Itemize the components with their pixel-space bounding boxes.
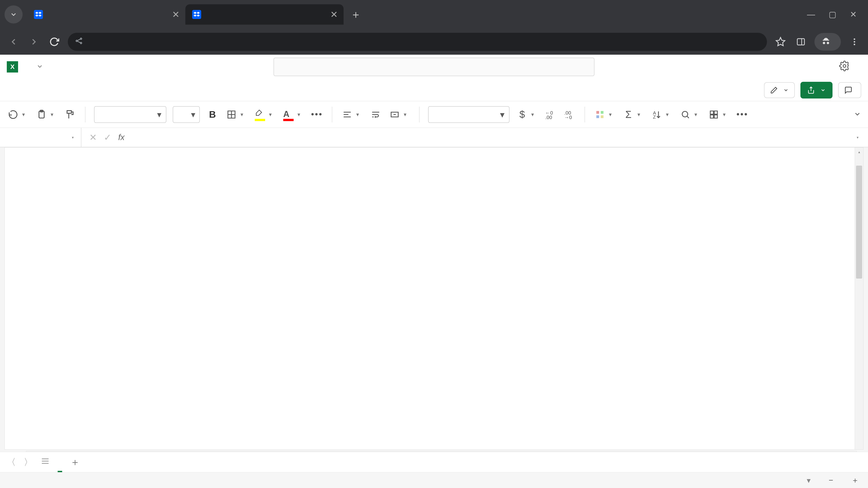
undo-button[interactable] [7, 108, 20, 121]
currency-dropdown[interactable]: ▾ [531, 111, 538, 118]
conditional-format-button[interactable] [594, 108, 606, 121]
incognito-indicator[interactable] [814, 33, 841, 51]
insert-cells-button[interactable] [708, 108, 720, 121]
svg-rect-40 [710, 115, 713, 118]
svg-point-36 [682, 111, 688, 117]
nav-forward [27, 35, 41, 48]
wrap-text-button[interactable] [369, 108, 382, 121]
tab-close-1[interactable]: ✕ [330, 9, 338, 20]
format-painter-button[interactable] [64, 108, 76, 121]
window-close[interactable]: ✕ [850, 10, 857, 19]
svg-rect-6 [797, 39, 804, 45]
increase-decimal-button[interactable]: ←0.00 [544, 108, 557, 121]
svg-point-0 [76, 40, 77, 41]
incognito-icon [821, 37, 831, 46]
zoom-in-button[interactable]: ＋ [851, 475, 859, 486]
chevron-down-icon: ▾ [500, 109, 504, 120]
number-format-select[interactable]: ▾ [428, 106, 509, 123]
comments-button[interactable] [838, 82, 861, 98]
more-font-options[interactable]: ••• [311, 108, 323, 121]
status-menu-dropdown[interactable]: ▾ [807, 476, 811, 485]
name-box-dropdown[interactable]: ▾ [72, 135, 81, 140]
add-sheet-button[interactable]: ＋ [70, 455, 80, 469]
find-dropdown[interactable]: ▾ [694, 111, 701, 118]
settings-icon[interactable] [839, 61, 850, 73]
undo-dropdown[interactable]: ▾ [22, 111, 29, 118]
bold-button[interactable]: B [206, 108, 219, 121]
side-panel-icon[interactable] [794, 35, 808, 48]
ribbon-tabs [0, 79, 868, 101]
vertical-scrollbar[interactable]: ▴ [855, 148, 863, 449]
tab-close-0[interactable]: ✕ [172, 9, 180, 20]
fx-icon[interactable]: fx [118, 133, 125, 142]
svg-point-2 [80, 42, 82, 43]
font-size-select[interactable]: ▾ [173, 106, 200, 123]
window-maximize[interactable]: ▢ [829, 10, 836, 19]
currency-button[interactable]: $ [516, 108, 528, 121]
svg-text:.00: .00 [545, 115, 552, 120]
sort-filter-dropdown[interactable]: ▾ [666, 111, 673, 118]
browser-tab-0[interactable]: ✕ [27, 4, 185, 25]
dropbox-icon [34, 10, 43, 19]
sheet-tab-sheet1[interactable] [58, 452, 62, 472]
collapse-ribbon-icon[interactable] [854, 110, 861, 119]
decrease-decimal-button[interactable]: .00→0 [563, 108, 576, 121]
paste-dropdown[interactable]: ▾ [51, 111, 57, 118]
svg-rect-38 [710, 111, 713, 114]
tab-search-dropdown[interactable] [4, 5, 23, 24]
formula-input[interactable] [132, 128, 857, 147]
sheet-nav-prev[interactable]: 〈 [7, 456, 16, 468]
svg-rect-41 [714, 115, 717, 118]
find-button[interactable] [679, 108, 692, 121]
align-button[interactable] [341, 108, 353, 121]
search-box[interactable] [274, 58, 594, 76]
font-color-button[interactable]: A [282, 108, 295, 121]
new-tab-button[interactable]: ＋ [344, 7, 368, 22]
editing-mode-dropdown[interactable] [764, 82, 795, 98]
svg-point-8 [854, 38, 855, 40]
nav-back[interactable] [7, 35, 20, 48]
title-dropdown-icon[interactable] [36, 63, 43, 71]
window-minimize[interactable]: — [807, 10, 815, 19]
chevron-down-icon: ▾ [191, 109, 195, 120]
scroll-up-arrow[interactable]: ▴ [855, 148, 863, 156]
autosum-button[interactable]: Σ [622, 108, 635, 121]
cancel-formula-icon[interactable]: ✕ [89, 132, 97, 142]
fill-color-dropdown[interactable]: ▾ [269, 111, 276, 118]
browser-menu-icon[interactable] [848, 35, 861, 48]
browser-tab-1[interactable]: ✕ [185, 4, 344, 25]
autosum-dropdown[interactable]: ▾ [638, 111, 644, 118]
svg-line-37 [687, 116, 689, 118]
align-dropdown[interactable]: ▾ [356, 111, 363, 118]
excel-logo-icon: X [7, 61, 18, 72]
insert-cells-dropdown[interactable]: ▾ [723, 111, 730, 118]
expand-formula-bar-icon[interactable]: ▾ [857, 135, 868, 140]
sort-filter-button[interactable]: AZ [651, 108, 663, 121]
borders-button[interactable] [225, 108, 238, 121]
share-button[interactable] [800, 82, 833, 98]
bookmark-star-icon[interactable] [774, 35, 787, 48]
merge-dropdown[interactable]: ▾ [404, 111, 410, 118]
svg-text:Z: Z [653, 114, 656, 119]
svg-line-3 [78, 39, 81, 40]
chevron-down-icon [783, 88, 789, 93]
borders-dropdown[interactable]: ▾ [241, 111, 247, 118]
all-sheets-icon[interactable] [41, 457, 50, 468]
font-color-dropdown[interactable]: ▾ [298, 111, 304, 118]
vertical-scroll-thumb[interactable] [856, 166, 862, 279]
font-name-select[interactable]: ▾ [94, 106, 166, 123]
paste-button[interactable] [35, 108, 48, 121]
conditional-format-dropdown[interactable]: ▾ [609, 111, 616, 118]
fill-color-button[interactable] [254, 108, 266, 121]
site-info-icon[interactable] [74, 37, 83, 47]
zoom-out-button[interactable]: − [829, 476, 833, 485]
sheet-nav-next[interactable]: 〉 [24, 456, 33, 468]
merge-button[interactable] [388, 108, 401, 121]
nav-reload[interactable] [48, 35, 61, 48]
dropbox-icon [192, 10, 201, 19]
svg-rect-29 [596, 111, 599, 113]
url-bar[interactable] [68, 33, 767, 51]
accept-formula-icon[interactable]: ✓ [104, 132, 112, 142]
svg-rect-30 [601, 111, 603, 113]
more-commands[interactable]: ••• [736, 108, 749, 121]
